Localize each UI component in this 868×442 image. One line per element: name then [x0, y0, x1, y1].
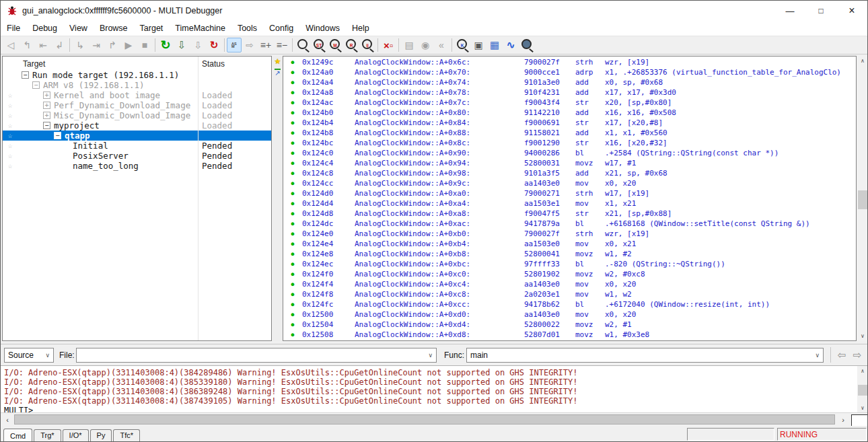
bookmark-star-icon[interactable]: ☆: [3, 90, 17, 100]
close-button[interactable]: ×: [836, 1, 867, 21]
file-combobox[interactable]: ∨: [76, 348, 437, 363]
disassembly-row[interactable]: ● 0x124c8 AnalogClockWindow::A+0x98: 910…: [283, 168, 856, 178]
breakpoint-dot-icon[interactable]: ●: [283, 128, 302, 138]
navigate-back-icon[interactable]: ⇦: [834, 348, 849, 362]
disassembly-row[interactable]: ● 0x1249c AnalogClockWindow::A+0x6c: 790…: [283, 57, 856, 67]
bookmark-star-icon[interactable]: ☆: [3, 141, 17, 151]
disassembly-row[interactable]: ● 0x124ac AnalogClockWindow::A+0x7c: f90…: [283, 98, 856, 108]
tree-expander-icon[interactable]: +: [43, 91, 50, 99]
disassembly-row[interactable]: ● 0x124dc AnalogClockWindow::A+0xac: 941…: [283, 219, 856, 229]
breakpoint-dot-icon[interactable]: ●: [283, 259, 302, 269]
find-registers-icon[interactable]: R: [343, 37, 359, 53]
disassembly-row[interactable]: ● 0x12508 AnalogClockWindow::A+0xd8: 528…: [283, 330, 856, 340]
disassembly-row[interactable]: ● 0x124cc AnalogClockWindow::A+0x9c: aa1…: [283, 178, 856, 188]
search-dark-icon[interactable]: [519, 37, 535, 53]
scroll-right-icon[interactable]: ›: [838, 413, 848, 426]
assembly-view-icon[interactable]: ASM: [227, 38, 242, 52]
breakpoint-dot-icon[interactable]: ●: [283, 289, 302, 299]
breakpoint-dot-icon[interactable]: ●: [283, 198, 302, 209]
scroll-up-icon[interactable]: ∧: [857, 366, 868, 376]
scroll-left-icon[interactable]: ‹: [2, 413, 13, 426]
scroll-down-icon[interactable]: ∨: [857, 403, 868, 413]
scrollbar-thumb[interactable]: [858, 190, 867, 209]
command-console[interactable]: I/O: Adreno-ESX(qtapp)(3311403008:4)(384…: [1, 365, 867, 412]
target-tree-row[interactable]: − ARM v8 (192.168.1.1): [3, 80, 271, 90]
target-tree-row[interactable]: ☆ + Perf_Dynamic_Download_Image Loaded: [3, 100, 271, 110]
breakpoint-dot-icon[interactable]: ●: [283, 239, 302, 249]
menu-item[interactable]: Windows: [299, 22, 346, 34]
menu-item[interactable]: Browse: [94, 22, 134, 34]
disassembly-row[interactable]: ● 0x124a4 AnalogClockWindow::A+0x74: 910…: [283, 77, 856, 87]
step-back-into-icon[interactable]: ⇤: [35, 37, 51, 53]
profiler-icon[interactable]: ∿: [503, 37, 519, 53]
disassembly-row[interactable]: ● 0x124b0 AnalogClockWindow::A+0x80: 911…: [283, 108, 856, 118]
bookmark-star-icon[interactable]: ☆: [3, 120, 17, 131]
breakpoint-dot-icon[interactable]: ●: [283, 249, 302, 259]
disassembly-row[interactable]: ● 0x12504 AnalogClockWindow::A+0xd4: 528…: [283, 320, 856, 330]
breakpoint-dot-icon[interactable]: ●: [283, 178, 302, 188]
command-history-icon[interactable]: «: [433, 37, 449, 53]
disassembly-row[interactable]: ● 0x124e8 AnalogClockWindow::A+0xb8: 528…: [283, 249, 856, 259]
disassembly-row[interactable]: ● 0x124a0 AnalogClockWindow::A+0x70: 900…: [283, 67, 856, 77]
console-tab[interactable]: Cmd: [3, 429, 32, 442]
disassembly-row[interactable]: ● 0x124e4 AnalogClockWindow::A+0xb4: aa1…: [283, 239, 856, 249]
collapse-blocks-icon[interactable]: ≡−: [274, 37, 290, 53]
breakpoint-dot-icon[interactable]: ●: [283, 269, 302, 279]
breakpoint-dot-icon[interactable]: ●: [283, 118, 302, 128]
step-out-icon[interactable]: ↱: [104, 37, 120, 53]
target-tree-row[interactable]: ☆ name_too_long Pended: [3, 161, 271, 171]
menu-item[interactable]: Help: [346, 22, 375, 34]
menu-item[interactable]: Debug: [26, 22, 63, 34]
target-tree-row[interactable]: ☆ PosixServer Pended: [3, 151, 271, 161]
disassembly-row[interactable]: ● 0x124b8 AnalogClockWindow::A+0x88: 911…: [283, 128, 856, 138]
bookmark-star-icon[interactable]: ☆: [3, 161, 17, 171]
function-combobox[interactable]: main ∨: [466, 348, 824, 363]
tree-expander-icon[interactable]: −: [32, 81, 40, 89]
breakpoint-dot-icon[interactable]: ●: [283, 229, 302, 239]
disassembly-row[interactable]: ● 0x124c4 AnalogClockWindow::A+0x94: 528…: [283, 158, 856, 168]
disassembly-row[interactable]: ● 0x124d8 AnalogClockWindow::A+0xa8: f90…: [283, 209, 856, 219]
breakpoint-dot-icon[interactable]: ●: [283, 138, 302, 148]
breakpoint-dot-icon[interactable]: ●: [283, 108, 302, 118]
bookmark-star-icon[interactable]: ☆: [3, 151, 17, 161]
breakpoint-dot-icon[interactable]: ●: [283, 330, 302, 340]
resume-icon[interactable]: ▶: [120, 37, 137, 53]
breakpoint-dot-icon[interactable]: ●: [283, 309, 302, 320]
disassembly-row[interactable]: ● 0x124f0 AnalogClockWindow::A+0xc0: 528…: [283, 269, 856, 279]
step-back-out-icon[interactable]: ↰: [19, 37, 35, 53]
halt-icon[interactable]: ■: [137, 37, 153, 53]
edit-source-icon[interactable]: ▤: [401, 37, 417, 53]
breakpoint-dot-icon[interactable]: ●: [283, 77, 302, 87]
new-window-icon[interactable]: ▣: [470, 37, 486, 53]
target-tree-row[interactable]: ☆ Initial Pended: [3, 141, 271, 151]
disassembly-row[interactable]: ● 0x124fc AnalogClockWindow::A+0xcc: 941…: [283, 299, 856, 309]
breakpoint-dot-icon[interactable]: ●: [283, 67, 302, 77]
toggle-breakpoint-icon[interactable]: ×▫: [380, 37, 396, 53]
menu-item[interactable]: TimeMachine: [169, 22, 231, 34]
menu-item[interactable]: File: [1, 22, 26, 34]
disassembly-row[interactable]: ● 0x124f4 AnalogClockWindow::A+0xc4: aa1…: [283, 279, 856, 289]
next-document-icon[interactable]: ⇨: [242, 37, 258, 53]
breakpoint-dot-icon[interactable]: ●: [283, 188, 302, 198]
disassembly-row[interactable]: ● 0x124c0 AnalogClockWindow::A+0x90: 940…: [283, 148, 856, 158]
scroll-up-icon[interactable]: ∧: [857, 56, 868, 66]
view-mode-select[interactable]: Source ∨: [4, 348, 54, 363]
breakpoint-dot-icon[interactable]: ●: [283, 87, 302, 98]
bookmark-star-icon[interactable]: ☆: [3, 100, 17, 110]
bookmark-star-icon[interactable]: ☆: [3, 131, 17, 141]
breakpoint-dot-icon[interactable]: ●: [283, 148, 302, 158]
horizontal-scrollbar[interactable]: ‹ ›: [1, 412, 867, 426]
breakpoint-dot-icon[interactable]: ●: [283, 299, 302, 309]
go-icon[interactable]: ↻: [157, 37, 174, 53]
target-tree-row[interactable]: − Run mode target (192.168.1.1): [3, 70, 271, 80]
disassembly-row[interactable]: ● 0x124b4 AnalogClockWindow::A+0x84: f90…: [283, 118, 856, 128]
step-back-over-icon[interactable]: ↲: [51, 37, 67, 53]
target-column-header[interactable]: Target: [23, 59, 45, 69]
console-tab[interactable]: I/O*: [63, 429, 89, 441]
restart-icon[interactable]: ↻: [206, 37, 222, 53]
breakpoint-dot-icon[interactable]: ●: [283, 98, 302, 108]
find-memory-icon[interactable]: M: [327, 37, 343, 53]
step-into-icon[interactable]: ⇥: [88, 37, 104, 53]
tree-expander-icon[interactable]: +: [43, 112, 50, 119]
menu-item[interactable]: Target: [134, 22, 170, 34]
